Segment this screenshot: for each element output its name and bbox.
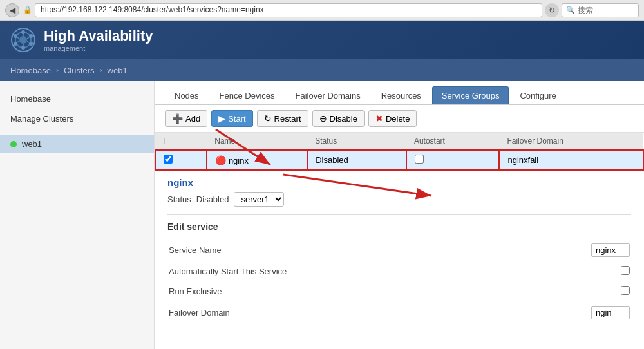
field-value-service-name bbox=[299, 240, 630, 261]
app-title: High Availability management bbox=[44, 28, 153, 52]
delete-label: Delete bbox=[386, 114, 410, 124]
row-autostart-checkbox[interactable] bbox=[415, 155, 424, 164]
start-icon: ▶ bbox=[218, 113, 225, 124]
status-row-label: Status bbox=[167, 194, 191, 204]
cluster-status-dot bbox=[10, 141, 17, 147]
browser-bar: ◀ 🔒 https://192.168.122.149:8084/cluster… bbox=[0, 0, 644, 21]
sidebar-item-web1[interactable]: web1 bbox=[0, 135, 154, 153]
tab-fence-devices[interactable]: Fence Devices bbox=[210, 86, 285, 104]
tab-configure[interactable]: Configure bbox=[510, 86, 565, 104]
service-status-error-icon: 🔴 bbox=[215, 155, 226, 165]
breadcrumb-clusters[interactable]: Clusters bbox=[64, 66, 95, 75]
autostart-checkbox[interactable] bbox=[621, 266, 630, 275]
url-bar[interactable]: https://192.168.122.149:8084/cluster/web… bbox=[35, 3, 542, 17]
col-header-name: Name bbox=[207, 133, 307, 150]
app-header: High Availability management bbox=[0, 21, 644, 59]
breadcrumb-sep-1: › bbox=[56, 66, 59, 75]
status-row-value: Disabled bbox=[196, 194, 229, 204]
tab-nodes[interactable]: Nodes bbox=[165, 86, 209, 104]
app-logo bbox=[10, 27, 36, 53]
svg-point-7 bbox=[14, 42, 17, 46]
breadcrumb-web1[interactable]: web1 bbox=[108, 66, 128, 75]
breadcrumb-homebase[interactable]: Homebase bbox=[10, 66, 51, 75]
search-icon: 🔍 bbox=[566, 6, 575, 14]
disable-button[interactable]: ⊖ Disable bbox=[312, 110, 365, 127]
field-value-failover-domain bbox=[299, 302, 630, 323]
sub-title-text: management bbox=[44, 44, 153, 52]
add-button[interactable]: ➕ Add bbox=[165, 110, 207, 127]
table-row[interactable]: 🔴 nginx Disabled nginxfail bbox=[155, 150, 643, 170]
field-label-service-name: Service Name bbox=[169, 240, 298, 261]
content-area: Nodes Fence Devices Failover Domains Res… bbox=[155, 81, 644, 349]
server-select[interactable]: server1 bbox=[234, 192, 284, 207]
svg-line-11 bbox=[27, 41, 29, 42]
row-name-cell: 🔴 nginx bbox=[207, 150, 307, 170]
restart-button[interactable]: ↻ Restart bbox=[257, 110, 308, 127]
form-row-autostart: Automatically Start This Service bbox=[169, 262, 630, 281]
form-table: Service Name Automatically Start This Se… bbox=[167, 238, 631, 325]
row-checkbox[interactable] bbox=[164, 155, 173, 164]
field-label-autostart: Automatically Start This Service bbox=[169, 262, 298, 281]
add-icon: ➕ bbox=[172, 113, 183, 124]
tab-failover-domains[interactable]: Failover Domains bbox=[286, 86, 370, 104]
field-value-autostart bbox=[299, 262, 630, 281]
form-row-run-exclusive: Run Exclusive bbox=[169, 282, 630, 301]
sidebar: Homebase Manage Clusters web1 bbox=[0, 81, 155, 349]
svg-point-4 bbox=[29, 34, 33, 38]
row-failover-cell: nginxfail bbox=[499, 150, 643, 170]
delete-icon: ✖ bbox=[375, 113, 383, 124]
sidebar-item-homebase[interactable]: Homebase bbox=[0, 89, 154, 109]
reload-button[interactable]: ↻ bbox=[545, 3, 559, 17]
col-header-failover: Failover Domain bbox=[499, 133, 643, 150]
svg-point-8 bbox=[14, 34, 17, 38]
main-layout: Homebase Manage Clusters web1 Nodes Fenc… bbox=[0, 81, 644, 349]
start-button[interactable]: ▶ Start bbox=[211, 110, 252, 127]
form-row-service-name: Service Name bbox=[169, 240, 630, 261]
row-autostart-cell bbox=[406, 150, 500, 170]
search-box: 🔍 bbox=[562, 3, 639, 17]
breadcrumb-sep-2: › bbox=[100, 66, 102, 75]
tab-service-groups[interactable]: Service Groups bbox=[432, 86, 509, 104]
service-name-input[interactable] bbox=[591, 243, 630, 257]
svg-point-3 bbox=[21, 30, 25, 34]
service-table: I Name Status Autostart Failover Domain … bbox=[155, 133, 644, 171]
restart-icon: ↻ bbox=[264, 113, 272, 124]
restart-label: Restart bbox=[274, 114, 301, 124]
form-row-failover-domain: Failover Domain bbox=[169, 302, 630, 323]
main-title-text: High Availability bbox=[44, 28, 153, 44]
breadcrumb: Homebase › Clusters › web1 bbox=[0, 59, 644, 81]
svg-point-5 bbox=[29, 42, 33, 46]
svg-point-2 bbox=[19, 36, 27, 44]
col-header-i: I bbox=[155, 133, 207, 150]
sidebar-item-manage-clusters[interactable]: Manage Clusters bbox=[0, 109, 154, 129]
back-button[interactable]: ◀ bbox=[5, 3, 19, 17]
lock-icon: 🔒 bbox=[23, 6, 32, 14]
svg-point-6 bbox=[21, 46, 25, 50]
row-checkbox-cell bbox=[155, 150, 207, 170]
field-label-failover-domain: Failover Domain bbox=[169, 302, 298, 323]
col-header-status: Status bbox=[307, 133, 406, 150]
disable-label: Disable bbox=[330, 114, 357, 124]
col-header-autostart: Autostart bbox=[406, 133, 500, 150]
table-wrap: I Name Status Autostart Failover Domain … bbox=[155, 133, 644, 171]
failover-domain-input[interactable] bbox=[591, 306, 630, 319]
search-input[interactable] bbox=[578, 6, 629, 15]
delete-button[interactable]: ✖ Delete bbox=[368, 110, 417, 127]
tab-resources[interactable]: Resources bbox=[372, 86, 431, 104]
add-label: Add bbox=[185, 114, 200, 124]
row-status-cell: Disabled bbox=[307, 150, 406, 170]
run-exclusive-checkbox[interactable] bbox=[621, 286, 630, 295]
service-detail: nginx Status Disabled server1 Edit servi… bbox=[155, 171, 644, 331]
svg-line-14 bbox=[17, 37, 19, 39]
edit-section-title: Edit service bbox=[167, 214, 631, 232]
cluster-name-label: web1 bbox=[22, 139, 42, 149]
disable-icon: ⊖ bbox=[319, 113, 327, 124]
field-value-run-exclusive bbox=[299, 282, 630, 301]
status-row: Status Disabled server1 bbox=[167, 192, 631, 207]
field-label-run-exclusive: Run Exclusive bbox=[169, 282, 298, 301]
tab-bar: Nodes Fence Devices Failover Domains Res… bbox=[155, 81, 644, 105]
svg-line-13 bbox=[17, 41, 19, 42]
row-service-name: nginx bbox=[229, 156, 249, 165]
toolbar: ➕ Add ▶ Start ↻ Restart ⊖ Disable ✖ Dele… bbox=[155, 105, 644, 133]
start-label: Start bbox=[228, 114, 245, 124]
